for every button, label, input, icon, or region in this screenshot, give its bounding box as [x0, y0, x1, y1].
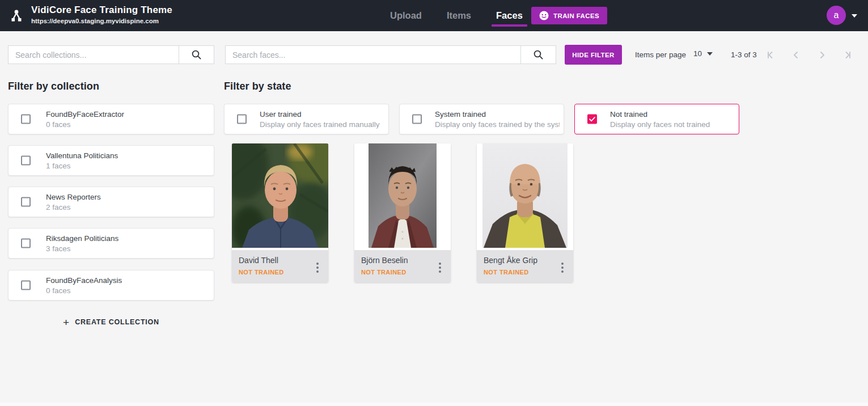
first-page-icon — [765, 49, 776, 61]
state-desc: Display only faces not trained — [610, 120, 710, 129]
state-heading: Filter by state — [224, 81, 291, 92]
nav-tab-upload[interactable]: Upload — [388, 1, 424, 30]
train-faces-button[interactable]: TRAIN FACES — [531, 7, 607, 24]
collection-count: 3 faces — [46, 244, 118, 253]
collection-name: Riksdagen Politicians — [46, 234, 118, 243]
main-nav: Upload Items Faces — [388, 0, 525, 31]
app-title: VidiCore Face Training Theme — [31, 5, 172, 16]
items-per-page-label: Items per page — [635, 50, 686, 59]
face-menu-kebab-icon[interactable] — [311, 260, 324, 275]
create-collection-label: CREATE COLLECTION — [75, 318, 159, 326]
collection-text: Vallentuna Politicians 1 faces — [46, 151, 118, 170]
nav-tab-items[interactable]: Items — [444, 1, 473, 30]
faces-search-box — [225, 45, 556, 64]
search-icon — [191, 49, 202, 60]
bottom-scrollbar-track — [0, 403, 868, 406]
collection-name: News Reporters — [46, 193, 101, 201]
collection-name: FoundByFaceExtractor — [46, 110, 124, 119]
state-checkbox-checked[interactable] — [587, 115, 597, 124]
state-checkbox[interactable] — [412, 115, 422, 124]
state-desc: Display only faces trained by the syst… — [435, 120, 560, 129]
state-text: User trained Display only faces trained … — [260, 110, 380, 129]
previous-page-button[interactable] — [790, 49, 802, 61]
chevron-right-icon — [816, 49, 828, 61]
collection-card[interactable]: FoundByFaceAnalysis 0 faces — [8, 270, 214, 301]
state-card-user-trained[interactable]: User trained Display only faces trained … — [224, 104, 389, 134]
state-desc: Display only faces trained manually — [260, 120, 380, 129]
face-icon — [539, 11, 549, 20]
face-card[interactable]: David Thell NOT TRAINED — [232, 143, 328, 282]
app-header: VidiCore Face Training Theme https://dee… — [0, 0, 868, 31]
checkmark-icon — [588, 116, 596, 123]
face-card-footer: Björn Beselin NOT TRAINED — [354, 250, 451, 282]
plus-icon: + — [63, 317, 69, 328]
create-collection-button[interactable]: + CREATE COLLECTION — [8, 315, 214, 329]
pagination-range: 1-3 of 3 — [731, 50, 757, 59]
face-photo-bjorn-beselin — [354, 143, 451, 248]
face-menu-kebab-icon[interactable] — [434, 260, 446, 275]
first-page-button[interactable] — [765, 49, 776, 61]
search-collections-input[interactable] — [9, 46, 179, 64]
app-title-block: VidiCore Face Training Theme https://dee… — [31, 5, 172, 24]
items-per-page-select[interactable]: 10 — [693, 49, 713, 58]
face-card[interactable]: Bengt Åke Grip NOT TRAINED — [477, 143, 573, 282]
app-url: https://deepva0.staging.myvidispine.com — [31, 18, 172, 24]
face-status: NOT TRAINED — [361, 269, 444, 276]
face-card[interactable]: Björn Beselin NOT TRAINED — [354, 143, 451, 282]
search-icon — [533, 49, 544, 60]
collection-checkbox[interactable] — [21, 115, 31, 124]
collection-text: News Reporters 2 faces — [46, 193, 101, 212]
collection-text: Riksdagen Politicians 3 faces — [46, 234, 118, 253]
items-per-page-value: 10 — [693, 49, 702, 58]
collection-count: 0 faces — [46, 286, 122, 295]
collections-search-box — [8, 45, 214, 64]
search-collections-button[interactable] — [179, 46, 214, 64]
search-faces-input[interactable] — [226, 46, 520, 64]
face-status: NOT TRAINED — [484, 269, 566, 276]
collections-heading: Filter by collection — [8, 81, 99, 92]
face-card-footer: Bengt Åke Grip NOT TRAINED — [477, 250, 573, 282]
state-title: User trained — [260, 110, 380, 119]
nav-tab-faces[interactable]: Faces — [494, 1, 525, 30]
chevron-left-icon — [790, 49, 802, 61]
state-checkbox[interactable] — [237, 115, 247, 124]
face-name: Bengt Åke Grip — [484, 256, 566, 265]
state-text: System trained Display only faces traine… — [435, 110, 560, 129]
face-training-page: VidiCore Face Training Theme https://dee… — [0, 0, 868, 406]
last-page-button[interactable] — [842, 49, 853, 61]
collection-card[interactable]: Vallentuna Politicians 1 faces — [8, 145, 214, 176]
face-photo-bengt-ake-grip — [477, 143, 573, 248]
collection-name: Vallentuna Politicians — [46, 151, 118, 160]
next-page-button[interactable] — [816, 49, 828, 61]
hide-filter-button[interactable]: HIDE FILTER — [565, 45, 622, 65]
state-text: Not trained Display only faces not train… — [610, 110, 710, 129]
collection-card[interactable]: News Reporters 2 faces — [8, 187, 214, 217]
collection-count: 1 faces — [46, 162, 118, 170]
chevron-down-icon — [707, 52, 713, 56]
state-title: System trained — [435, 110, 560, 119]
vidicore-hub-icon — [9, 9, 24, 23]
avatar-menu-caret-icon[interactable] — [852, 14, 857, 18]
collection-checkbox[interactable] — [21, 197, 31, 207]
collection-text: FoundByFaceAnalysis 0 faces — [46, 276, 122, 295]
state-card-system-trained[interactable]: System trained Display only faces traine… — [399, 104, 564, 134]
face-name: David Thell — [239, 256, 321, 265]
collection-card[interactable]: FoundByFaceExtractor 0 faces — [8, 104, 214, 134]
collection-checkbox[interactable] — [21, 281, 31, 290]
user-avatar[interactable]: a — [827, 6, 846, 25]
face-photo-david-thell — [232, 143, 328, 248]
collection-card[interactable]: Riksdagen Politicians 3 faces — [8, 228, 214, 259]
face-status: NOT TRAINED — [239, 269, 321, 276]
state-card-not-trained[interactable]: Not trained Display only faces not train… — [574, 104, 739, 134]
collection-text: FoundByFaceExtractor 0 faces — [46, 110, 124, 129]
collection-checkbox[interactable] — [21, 239, 31, 248]
collection-count: 2 faces — [46, 203, 101, 212]
collection-checkbox[interactable] — [21, 156, 31, 166]
collection-name: FoundByFaceAnalysis — [46, 276, 122, 285]
state-title: Not trained — [610, 110, 710, 119]
last-page-icon — [842, 49, 853, 61]
search-faces-button[interactable] — [520, 46, 556, 64]
collection-count: 0 faces — [46, 120, 124, 129]
face-menu-kebab-icon[interactable] — [556, 260, 569, 275]
active-tab-underline — [492, 24, 527, 27]
